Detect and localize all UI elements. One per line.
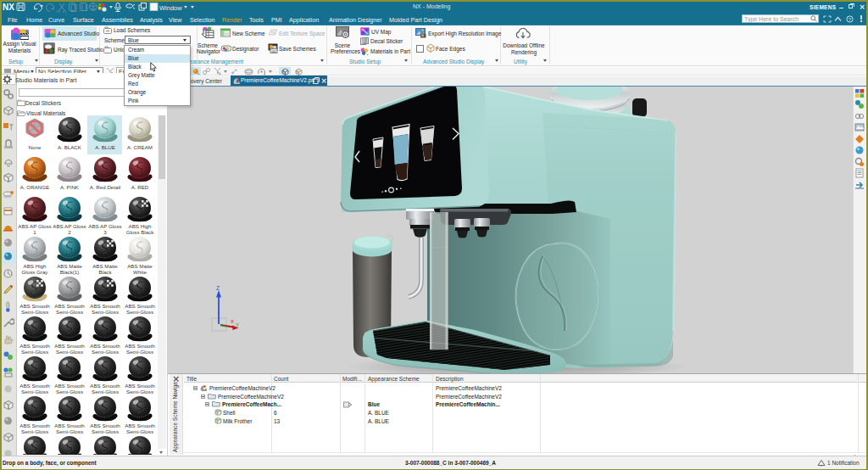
svg-text:Z: Z [216, 285, 220, 291]
svg-text:Window: Window [159, 4, 182, 12]
svg-text:Y: Y [236, 322, 239, 327]
svg-text:X: X [231, 319, 234, 324]
